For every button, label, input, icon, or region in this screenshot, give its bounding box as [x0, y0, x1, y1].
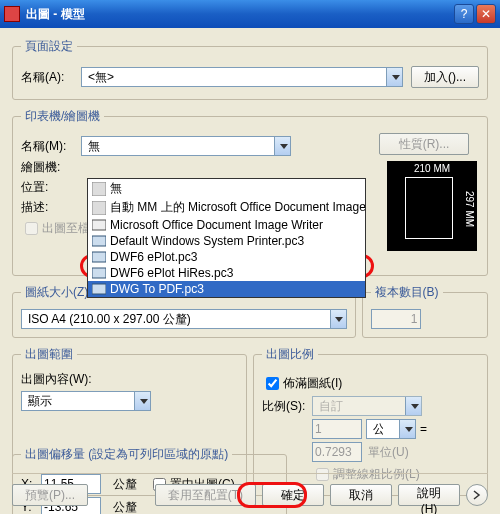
offset-legend: 出圖偏移量 (設定為可列印區域的原點)	[21, 446, 232, 463]
copies-legend: 複本數目(B)	[371, 284, 443, 301]
dialog-footer: 預覽(P)... 套用至配置(T) 確定 取消 說明(H)	[12, 473, 488, 506]
printer-dropdown-list[interactable]: 無 自動 MM 上的 Microsoft Office Document Ima…	[87, 178, 366, 298]
printer-icon	[92, 218, 106, 232]
app-icon	[4, 6, 20, 22]
ratio-label: 比例(S):	[262, 398, 312, 415]
preview-height-label: 297 MM	[464, 191, 475, 227]
dd-item-dwf6[interactable]: DWF6 ePlot.pc3	[88, 249, 365, 265]
close-button[interactable]: ✕	[476, 4, 496, 24]
svg-rect-4	[92, 252, 106, 262]
plot-scale-legend: 出圖比例	[262, 346, 318, 363]
plotter-label: 繪圖機:	[21, 159, 81, 176]
preview-width-label: 210 MM	[387, 163, 477, 174]
name-a-select[interactable]: <無>	[81, 67, 403, 87]
copies-input	[371, 309, 421, 329]
scale-val1	[312, 419, 362, 439]
plot-area-legend: 出圖範圍	[21, 346, 77, 363]
dd-item-dwg-to-pdf[interactable]: DWG To PDF.pc3	[88, 281, 365, 297]
window-title: 出圖 - 模型	[26, 6, 452, 23]
quality-button: 性質(R)...	[379, 133, 469, 155]
name-m-label: 名稱(M):	[21, 138, 81, 155]
name-m-select[interactable]: 無	[81, 136, 291, 156]
cancel-button[interactable]: 取消	[330, 484, 392, 506]
dd-item-none[interactable]: 無	[88, 179, 365, 198]
svg-rect-5	[92, 268, 106, 278]
dd-item-auto-mm[interactable]: 自動 MM 上的 Microsoft Office Document Image…	[88, 198, 365, 217]
plotter-icon	[92, 250, 106, 264]
fit-paper-label: 佈滿圖紙(I)	[283, 375, 342, 392]
dd-item-dwf6-hires[interactable]: DWF6 ePlot HiRes.pc3	[88, 265, 365, 281]
svg-rect-3	[92, 236, 106, 246]
ratio-select: 自訂	[312, 396, 422, 416]
plotter-icon	[92, 266, 106, 280]
eq-sign: =	[420, 422, 427, 436]
svg-rect-6	[92, 284, 106, 294]
help-dialog-button[interactable]: 說明(H)	[398, 484, 460, 506]
page-setup-legend: 頁面設定	[21, 38, 77, 55]
svg-rect-0	[92, 182, 106, 196]
ok-button[interactable]: 確定	[262, 484, 324, 506]
plot-to-file-label: 出圖至檔	[42, 220, 90, 237]
plotter-icon	[92, 282, 106, 296]
page-setup-group: 頁面設定 名稱(A): <無> 加入()...	[12, 38, 488, 100]
add-button[interactable]: 加入()...	[411, 66, 479, 88]
location-label: 位置:	[21, 179, 81, 196]
plotter-icon	[92, 234, 106, 248]
chevron-right-icon	[472, 490, 482, 500]
printer-legend: 印表機/繪圖機	[21, 108, 104, 125]
dd-item-default-printer[interactable]: Default Windows System Printer.pc3	[88, 233, 365, 249]
copies-group: 複本數目(B)	[362, 284, 489, 338]
name-a-label: 名稱(A):	[21, 69, 81, 86]
plot-content-select[interactable]: 顯示	[21, 391, 151, 411]
apply-layout-button: 套用至配置(T)	[155, 484, 256, 506]
expand-button[interactable]	[466, 484, 488, 506]
preview-button: 預覽(P)...	[12, 484, 88, 506]
title-bar: 出圖 - 模型 ? ✕	[0, 0, 500, 28]
help-button[interactable]: ?	[454, 4, 474, 24]
plot-to-file-checkbox	[25, 222, 38, 235]
fit-paper-checkbox[interactable]	[266, 377, 279, 390]
scale-unit-select[interactable]: 公釐	[366, 419, 416, 439]
unit2-label: 單位(U)	[368, 444, 409, 461]
dd-item-ms-image[interactable]: Microsoft Office Document Image Writer	[88, 217, 365, 233]
scale-val2	[312, 442, 362, 462]
svg-rect-1	[92, 201, 106, 215]
paper-size-legend: 圖紙大小(Z)	[21, 284, 92, 301]
paper-preview: 210 MM 297 MM	[387, 161, 477, 251]
paper-size-select[interactable]: ISO A4 (210.00 x 297.00 公釐)	[21, 309, 347, 329]
plot-content-label: 出圖內容(W):	[21, 371, 238, 388]
svg-rect-2	[92, 220, 106, 230]
desc-label: 描述:	[21, 199, 81, 216]
